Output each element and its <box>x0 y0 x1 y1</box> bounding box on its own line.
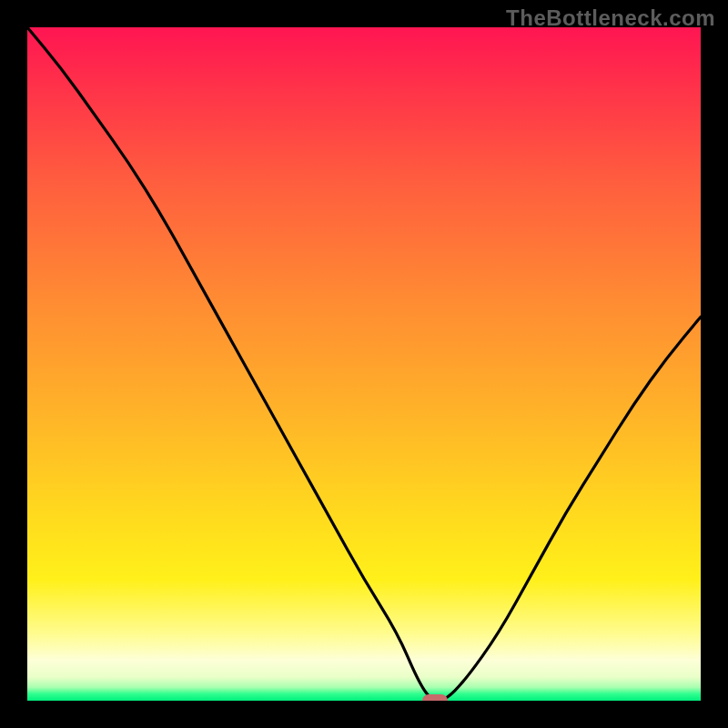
bottleneck-curve <box>27 27 701 701</box>
chart-frame: TheBottleneck.com <box>0 0 728 728</box>
watermark-text: TheBottleneck.com <box>506 5 715 31</box>
plot-area <box>27 27 701 701</box>
optimum-marker <box>422 694 448 701</box>
